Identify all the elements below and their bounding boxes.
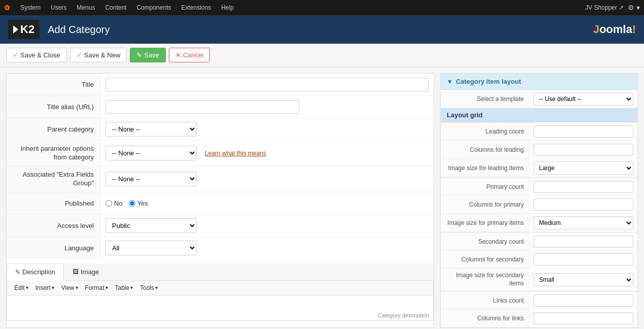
language-select[interactable]: All <box>105 241 197 255</box>
editor-toolbar: Edit ▾ Insert ▾ View ▾ Format ▾ Table <box>7 281 434 295</box>
image-size-primary-field: Medium <box>529 214 637 232</box>
image-size-secondary-field: Small <box>529 271 637 288</box>
published-no-radio[interactable] <box>105 200 112 207</box>
secondary-count-field: 4 <box>529 234 637 250</box>
columns-secondary-input[interactable]: 1 <box>533 253 633 266</box>
check-icon-2: ✓ <box>77 51 82 59</box>
editor-menu-view[interactable]: View ▾ <box>58 283 81 293</box>
image-size-secondary-select[interactable]: Small <box>533 273 633 286</box>
toolbar: ✓ Save & Close ✓ Save & New ✎ Save ✕ Can… <box>0 44 644 67</box>
image-size-leading-select[interactable]: Large <box>533 161 633 175</box>
extra-fields-select[interactable]: -- None -- <box>105 172 197 186</box>
leading-count-field: 2 <box>529 123 637 140</box>
secondary-count-input[interactable]: 4 <box>533 236 633 248</box>
primary-count-input[interactable]: 4 <box>533 181 633 193</box>
columns-links-input[interactable]: 1 <box>533 312 633 324</box>
form-panel: Title Title alias (URL) Parent category … <box>6 73 434 328</box>
learn-link[interactable]: Learn what this means <box>205 150 266 157</box>
layout-grid-header: Layout grid <box>441 108 637 122</box>
published-yes-option[interactable]: Yes <box>129 200 148 207</box>
gear-icon[interactable]: ⚙ ▾ <box>628 4 640 12</box>
parent-category-field: -- None -- <box>100 119 434 140</box>
joomla-brand-text: Joomla! <box>593 23 636 36</box>
leading-count-label: Leading count <box>441 122 529 140</box>
nav-menus[interactable]: Menus <box>73 2 99 13</box>
main-content: Title Title alias (URL) Parent category … <box>0 67 644 329</box>
editor-content[interactable]: Category description <box>7 295 434 321</box>
editor-menu-table[interactable]: Table ▾ <box>112 283 136 293</box>
published-row: Published No Yes <box>7 192 434 215</box>
published-no-option[interactable]: No <box>105 200 123 207</box>
tabs-header: ✎ Description 🖼 Image <box>7 264 434 281</box>
save-button[interactable]: ✎ Save <box>130 48 166 62</box>
inherit-row: Inherit parameter options from category … <box>7 141 434 167</box>
primary-count-row: Primary count 4 <box>441 177 637 195</box>
language-row: Language All <box>7 237 434 259</box>
published-yes-radio[interactable] <box>129 200 135 207</box>
chevron-down-icon-2: ▾ <box>52 285 54 290</box>
editor-menu-format[interactable]: Format ▾ <box>82 283 111 293</box>
columns-secondary-row: Columns for secondary 1 <box>441 250 637 269</box>
editor-menu-edit[interactable]: Edit ▾ <box>11 283 31 293</box>
nav-content[interactable]: Content <box>101 2 130 13</box>
parent-category-select[interactable]: -- None -- <box>105 122 197 137</box>
inherit-label: Inherit parameter options from category <box>7 141 100 166</box>
columns-primary-input[interactable]: 2 <box>533 199 633 211</box>
language-field: All <box>100 238 434 258</box>
title-input[interactable] <box>105 78 428 91</box>
nav-components[interactable]: Components <box>132 2 175 13</box>
access-level-select[interactable]: Public <box>105 218 197 233</box>
page-title: Add Category <box>48 24 110 36</box>
select-template-label: Select a template <box>441 90 529 108</box>
select-template-field: -- Use default -- <box>529 90 637 108</box>
image-size-primary-select[interactable]: Medium <box>533 216 633 229</box>
panel-header: ▼ Category item layout <box>441 74 637 90</box>
nav-system[interactable]: System <box>16 2 45 13</box>
links-count-input[interactable]: 4 <box>533 294 633 307</box>
editor-menu-tools[interactable]: Tools ▾ <box>137 283 161 293</box>
columns-links-row: Columns for links 1 <box>441 309 637 327</box>
chevron-down-icon-5: ▾ <box>130 285 133 290</box>
jv-shopper-link[interactable]: JV Shopper ↗ <box>585 4 624 11</box>
image-size-leading-field: Large <box>529 159 637 177</box>
image-tab-icon: 🖼 <box>73 268 79 275</box>
extra-fields-row: Associated "Extra Fields Group" -- None … <box>7 167 434 192</box>
panel-collapse-icon[interactable]: ▼ <box>447 78 453 85</box>
nav-help[interactable]: Help <box>217 2 238 13</box>
title-alias-input[interactable] <box>105 100 299 114</box>
columns-primary-label: Columns for primary <box>441 195 529 213</box>
save-close-button[interactable]: ✓ Save & Close <box>6 48 67 62</box>
title-label: Title <box>7 74 100 95</box>
inherit-select[interactable]: -- None -- <box>105 146 197 160</box>
extra-fields-field: -- None -- <box>100 169 434 189</box>
editor-menu-insert[interactable]: Insert ▾ <box>32 283 57 293</box>
primary-count-label: Primary count <box>441 178 529 195</box>
columns-secondary-label: Columns for secondary <box>441 250 529 268</box>
leading-count-row: Leading count 2 <box>441 122 637 141</box>
nav-users[interactable]: Users <box>47 2 70 13</box>
save-new-button[interactable]: ✓ Save & New <box>70 48 127 62</box>
chevron-down-icon-6: ▾ <box>155 285 158 290</box>
cancel-icon: ✕ <box>175 51 181 59</box>
editor-content-label: Category description <box>378 312 429 318</box>
title-alias-label: Title alias (URL) <box>7 96 100 118</box>
leading-count-input[interactable]: 2 <box>533 125 633 138</box>
tab-image[interactable]: 🖼 Image <box>64 264 108 280</box>
tabs-section: ✎ Description 🖼 Image Edit ▾ Insert ▾ <box>7 264 434 321</box>
template-select[interactable]: -- Use default -- <box>533 92 633 106</box>
columns-leading-label: Columns for leading <box>441 141 529 158</box>
language-label: Language <box>7 237 100 259</box>
columns-leading-field: 1 <box>529 142 637 158</box>
nav-extensions[interactable]: Extensions <box>177 2 215 13</box>
chevron-down-icon-4: ▾ <box>105 285 108 290</box>
image-size-leading-label: Image size for leading items <box>441 159 529 177</box>
panel-box: ▼ Category item layout Select a template… <box>440 73 638 328</box>
links-count-row: Links count 4 <box>441 291 637 309</box>
cancel-button[interactable]: ✕ Cancel <box>169 48 210 62</box>
top-right: JV Shopper ↗ ⚙ ▾ <box>585 4 640 12</box>
tab-description[interactable]: ✎ Description <box>7 264 64 281</box>
title-alias-row: Title alias (URL) <box>7 96 434 118</box>
title-alias-field <box>100 97 434 117</box>
secondary-count-row: Secondary count 4 <box>441 232 637 250</box>
columns-leading-input[interactable]: 1 <box>533 144 633 156</box>
